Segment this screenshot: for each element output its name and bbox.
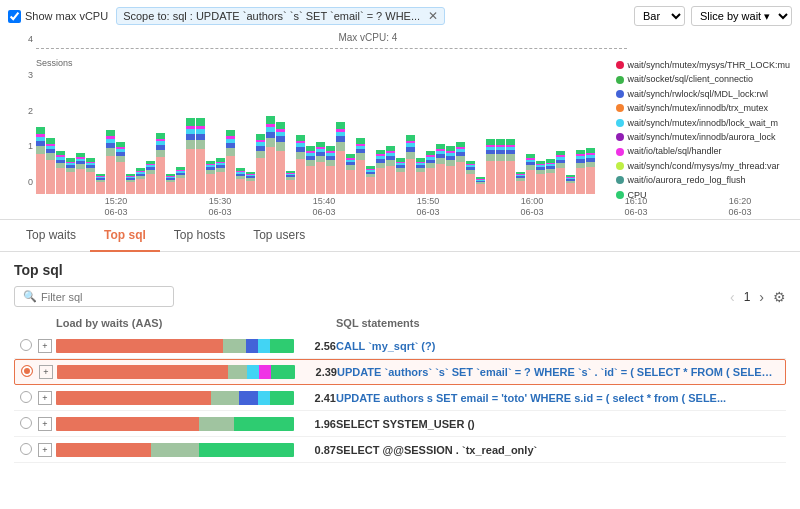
bar-group	[536, 42, 545, 194]
legend-item-2: wait/synch/rwlock/sql/MDL_lock:rwl	[616, 87, 790, 101]
bar-group	[526, 42, 535, 194]
legend-dot-4	[616, 119, 624, 127]
bar-group	[76, 42, 85, 194]
max-vcpu-checkbox[interactable]	[8, 10, 21, 23]
load-bar-segment	[56, 339, 223, 353]
load-bar-segment	[211, 391, 240, 405]
row-radio-btn[interactable]	[20, 391, 32, 403]
bar-segment	[396, 172, 405, 194]
row-expand-btn[interactable]: +	[38, 339, 52, 353]
sql-rows-container: +2.56CALL `my_sqrt` (?)+2.39UPDATE `auth…	[14, 333, 786, 463]
bar-segment	[506, 154, 515, 161]
legend-label-6: wait/io/table/sql/handler	[627, 144, 721, 158]
load-bar-segment	[223, 339, 247, 353]
row-radio-btn[interactable]	[21, 365, 33, 377]
load-bar-segment	[247, 365, 259, 379]
bar-segment	[56, 168, 65, 194]
prev-page-btn[interactable]: ‹	[727, 289, 738, 305]
bar-segment	[206, 174, 215, 194]
bar-segment	[276, 151, 285, 194]
current-page: 1	[744, 290, 751, 304]
bar-group	[476, 42, 485, 194]
col-load-header: Load by waits (AAS)	[56, 317, 336, 329]
bar-group	[206, 42, 215, 194]
settings-icon[interactable]: ⚙	[773, 289, 786, 305]
bar-segment	[486, 154, 495, 161]
bar-group	[56, 42, 65, 194]
bar-group	[436, 42, 445, 194]
tab-top-hosts[interactable]: Top hosts	[160, 220, 239, 252]
bar-segment	[196, 149, 205, 194]
row-expand-btn[interactable]: +	[38, 417, 52, 431]
bar-segment	[46, 160, 55, 194]
table-row[interactable]: +2.39UPDATE `authors` `s` SET `email` = …	[14, 359, 786, 385]
row-radio-btn[interactable]	[20, 417, 32, 429]
bar-segment	[296, 159, 305, 194]
col-sql-header: SQL statements	[336, 317, 780, 329]
legend-item-6: wait/io/table/sql/handler	[616, 144, 790, 158]
bar-group	[36, 42, 45, 194]
next-page-btn[interactable]: ›	[756, 289, 767, 305]
pagination: ‹ 1 › ⚙	[727, 289, 786, 305]
row-radio-btn[interactable]	[20, 443, 32, 455]
bar-segment	[66, 172, 75, 194]
bar-segment	[316, 162, 325, 194]
bar-segment	[76, 169, 85, 194]
chart-legend: wait/synch/mutex/mysys/THR_LOCK:muwait/s…	[616, 58, 790, 202]
chart-right-controls: Bar Line Slice by wait ▾	[634, 6, 792, 26]
legend-item-0: wait/synch/mutex/mysys/THR_LOCK:mu	[616, 58, 790, 72]
legend-dot-1	[616, 76, 624, 84]
bar-segment	[156, 157, 165, 194]
bar-group	[306, 42, 315, 194]
bar-group	[226, 42, 235, 194]
load-value: 2.56	[300, 340, 336, 352]
tab-top-sql[interactable]: Top sql	[90, 220, 160, 252]
bar-segment	[256, 158, 265, 194]
load-bar-segment	[56, 391, 211, 405]
row-expand-btn[interactable]: +	[38, 391, 52, 405]
tab-top-waits[interactable]: Top waits	[12, 220, 90, 252]
bar-segment	[416, 172, 425, 194]
row-expand-btn[interactable]: +	[39, 365, 53, 379]
bar-segment	[36, 127, 45, 134]
sql-statement[interactable]: UPDATE authors s SET email = 'toto' WHER…	[336, 392, 780, 404]
bar-group	[116, 42, 125, 194]
y-label-3: 3	[8, 70, 33, 80]
bar-segment	[346, 170, 355, 194]
bar-group	[486, 42, 495, 194]
table-row[interactable]: +2.41UPDATE authors s SET email = 'toto'…	[14, 385, 786, 411]
tab-top-users[interactable]: Top users	[239, 220, 319, 252]
chart-wrapper: Sessions 4 3 2 1 0 Max vCPU: 4 15:2006-0…	[8, 30, 792, 205]
scope-text: Scope to: sql : UPDATE `authors` `s` SET…	[123, 10, 420, 22]
legend-label-0: wait/synch/mutex/mysys/THR_LOCK:mu	[627, 58, 790, 72]
y-label-2: 2	[8, 106, 33, 116]
table-row[interactable]: +2.56CALL `my_sqrt` (?)	[14, 333, 786, 359]
chart-type-select[interactable]: Bar Line	[634, 6, 685, 26]
tab-content: Top sql 🔍 ‹ 1 › ⚙ Load by waits (AAS) SQ…	[0, 252, 800, 473]
load-bar-segment	[199, 443, 294, 457]
bar-segment	[246, 181, 255, 194]
bar-group	[356, 42, 365, 194]
table-row[interactable]: +0.87SELECT @@SESSION . `tx_read_only`	[14, 437, 786, 463]
bar-segment	[96, 182, 105, 194]
bar-group	[346, 42, 355, 194]
bar-group	[386, 42, 395, 194]
table-row[interactable]: +1.96SELECT SYSTEM_USER ()	[14, 411, 786, 437]
legend-dot-7	[616, 162, 624, 170]
bar-segment	[536, 174, 545, 194]
bar-segment	[186, 140, 195, 149]
row-radio-btn[interactable]	[20, 339, 32, 351]
sql-statement[interactable]: UPDATE `authors` `s` SET `email` = ? WHE…	[337, 366, 779, 378]
load-value: 2.41	[300, 392, 336, 404]
x-label-4: 16:0006-03	[480, 196, 584, 218]
sql-filter-input[interactable]	[41, 291, 161, 303]
bar-group	[146, 42, 155, 194]
row-expand-btn[interactable]: +	[38, 443, 52, 457]
sql-statement[interactable]: CALL `my_sqrt` (?)	[336, 340, 780, 352]
bar-group	[156, 42, 165, 194]
bar-group	[326, 42, 335, 194]
show-max-vcpu-toggle[interactable]: Show max vCPU	[8, 10, 108, 23]
slice-by-select[interactable]: Slice by wait ▾	[691, 6, 792, 26]
bar-segment	[106, 156, 115, 194]
close-icon[interactable]: ✕	[428, 9, 438, 23]
